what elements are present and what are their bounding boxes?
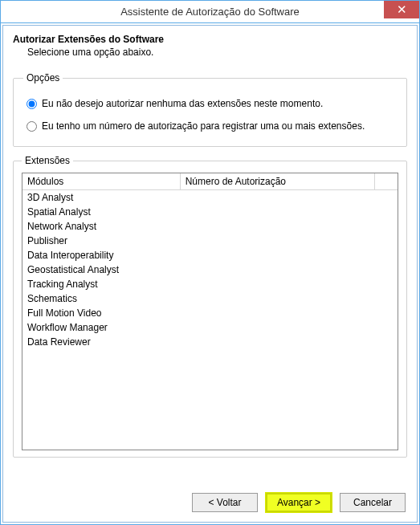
table-row[interactable]: Schematics (22, 291, 398, 306)
cell-auth (180, 277, 375, 291)
cell-auth (180, 320, 375, 335)
cell-module: Data Interoperability (22, 248, 180, 262)
close-icon: ✕ (397, 2, 407, 17)
table-row[interactable]: Data Reviewer (22, 335, 398, 349)
table-row[interactable]: Network Analyst (22, 219, 398, 234)
window-title: Assistente de Autorização do Software (120, 6, 300, 18)
cell-module: Publisher (22, 234, 180, 248)
column-header-modules[interactable]: Módulos (22, 173, 180, 190)
extensions-group: Extensões Módulos Número de Autorização … (13, 155, 407, 458)
cell-module: Workflow Manager (22, 320, 180, 335)
cell-auth (180, 219, 375, 234)
radio-have-number-label: Eu tenho um número de autorização para r… (42, 120, 365, 132)
radio-option-no-authorize[interactable]: Eu não desejo autorizar nenhuma das exte… (27, 98, 397, 109)
column-header-auth[interactable]: Número de Autorização (180, 173, 375, 190)
content-inner: Autorizar Extensões do Software Selecion… (2, 25, 418, 523)
page-title: Autorizar Extensões do Software (13, 34, 407, 45)
cell-auth (180, 234, 375, 248)
column-header-spacer (375, 173, 398, 190)
table-row[interactable]: Publisher (22, 234, 398, 248)
cell-module: 3D Analyst (22, 190, 180, 206)
cell-auth (180, 335, 375, 349)
table-row[interactable]: Full Motion Video (22, 306, 398, 320)
radio-option-have-number[interactable]: Eu tenho um número de autorização para r… (27, 120, 397, 132)
cell-module: Tracking Analyst (22, 277, 180, 291)
cell-auth (180, 291, 375, 306)
button-row: < Voltar Avançar > Cancelar (192, 493, 406, 512)
content-area: Autorizar Extensões do Software Selecion… (1, 23, 419, 524)
cell-module: Spatial Analyst (22, 205, 180, 219)
radio-have-number-input[interactable] (27, 121, 37, 132)
cell-auth (180, 190, 375, 206)
cell-auth (180, 248, 375, 262)
cell-auth (180, 262, 375, 277)
table-row[interactable]: 3D Analyst (22, 190, 398, 206)
radio-no-authorize-input[interactable] (27, 99, 37, 109)
extensions-table-wrap: Módulos Número de Autorização 3D Analyst… (22, 173, 398, 450)
titlebar: Assistente de Autorização do Software ✕ (1, 1, 419, 23)
extensions-table: Módulos Número de Autorização 3D Analyst… (22, 173, 398, 349)
cell-module: Network Analyst (22, 219, 180, 234)
table-row[interactable]: Tracking Analyst (22, 277, 398, 291)
cell-module: Schematics (22, 291, 180, 306)
cell-module: Full Motion Video (22, 306, 180, 320)
cancel-button[interactable]: Cancelar (340, 493, 406, 512)
cell-module: Data Reviewer (22, 335, 180, 349)
extensions-legend: Extensões (22, 155, 73, 166)
options-group: Opções Eu não desejo autorizar nenhuma d… (13, 72, 407, 147)
cell-auth (180, 306, 375, 320)
table-row[interactable]: Geostatistical Analyst (22, 262, 398, 277)
back-button[interactable]: < Voltar (192, 493, 258, 512)
table-row[interactable]: Workflow Manager (22, 320, 398, 335)
radio-no-authorize-label: Eu não desejo autorizar nenhuma das exte… (42, 98, 323, 109)
table-row[interactable]: Data Interoperability (22, 248, 398, 262)
next-button[interactable]: Avançar > (266, 493, 332, 512)
cell-auth (180, 205, 375, 219)
page-subtitle: Selecione uma opção abaixo. (27, 47, 407, 58)
close-button[interactable]: ✕ (384, 1, 419, 18)
dialog-window: Assistente de Autorização do Software ✕ … (0, 0, 420, 525)
table-row[interactable]: Spatial Analyst (22, 205, 398, 219)
cell-module: Geostatistical Analyst (22, 262, 180, 277)
options-legend: Opções (23, 72, 63, 83)
